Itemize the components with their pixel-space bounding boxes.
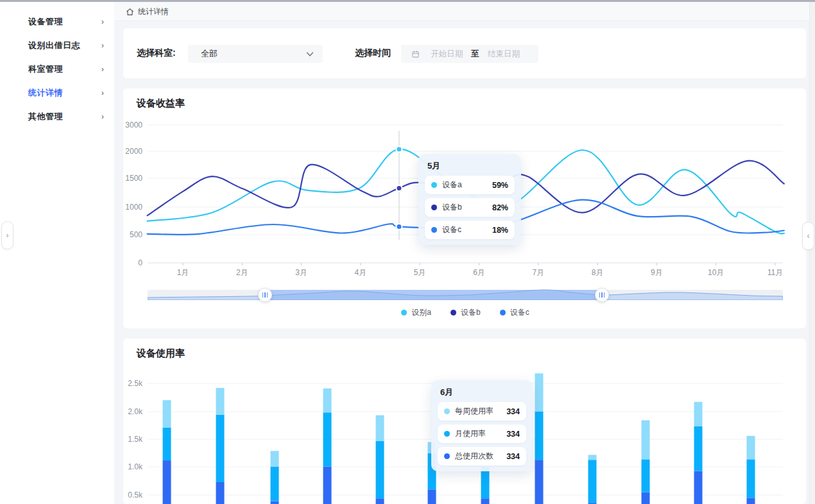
y-tick-label: 1.5k	[128, 435, 143, 444]
sidebar-item-4[interactable]: 其他管理›	[0, 105, 114, 128]
x-tick-label: 10月	[708, 268, 724, 277]
legend-dot-icon	[450, 310, 456, 315]
legend-item-2[interactable]: 设备c	[500, 307, 529, 318]
tooltip-row-value: 334	[506, 452, 520, 461]
sidebar-item-3[interactable]: 统计详情›	[0, 81, 114, 105]
sidebar-item-label: 设别出借日志	[28, 40, 80, 51]
x-tick-label: 9月	[651, 268, 663, 277]
x-tick-label: 6月	[473, 268, 485, 277]
x-tick-label: 2月	[236, 268, 248, 277]
y-tick-label: 3000	[125, 121, 142, 130]
revenue-tooltip: 5月 设备a59%设备b82%设备c18%	[418, 154, 521, 245]
date-range-picker[interactable]: 开始日期 至 结束日期	[401, 45, 538, 63]
bar-segment-0	[163, 460, 171, 504]
left-panel-toggle[interactable]: ›	[1, 221, 13, 249]
usage-tooltip: 6月 每周使用率334月使用率334总使用次数334	[431, 380, 533, 471]
bar-segment-0	[694, 471, 703, 504]
series-dot-icon	[431, 205, 437, 210]
series-dot-icon	[444, 408, 450, 414]
app-window: 设备管理›设别出借日志›科室管理›统计详情›其他管理› 统计详情 选择科室: 全…	[0, 0, 815, 504]
tooltip-row-value: 334	[506, 430, 520, 439]
datazoom-left-handle[interactable]	[258, 288, 272, 302]
legend-label: 设备c	[510, 307, 529, 318]
x-tick-label: 11月	[768, 268, 783, 277]
tooltip-row-label: 总使用次数	[455, 451, 493, 462]
bar-segment-1	[588, 460, 597, 503]
bar-segment-2	[642, 420, 650, 459]
tooltip-row-label: 设备a	[442, 180, 462, 190]
start-date-input[interactable]: 开始日期	[422, 49, 471, 60]
usage-chart-card: 设备使用率 2.5k2.0k1.5k1.0k0.5k 6月 每周使用率334月使…	[123, 339, 806, 504]
chevron-right-icon: ›	[101, 40, 104, 50]
legend-item-1[interactable]: 设备b	[450, 307, 481, 318]
legend-label: 设备b	[461, 307, 481, 318]
bar-segment-1	[163, 428, 171, 460]
chevron-down-icon	[306, 51, 314, 57]
right-panel-toggle[interactable]: ‹	[802, 222, 814, 250]
chart-legend: 设别a设备b设备c	[148, 307, 783, 318]
bar-segment-0	[535, 460, 544, 504]
end-date-input[interactable]: 结束日期	[479, 49, 528, 60]
bar-segment-1	[642, 459, 650, 492]
legend-item-0[interactable]: 设别a	[401, 307, 431, 318]
breadcrumb-label: 统计详情	[138, 6, 169, 17]
department-select-value: 全部	[201, 48, 218, 60]
y-tick-label: 0	[138, 258, 142, 267]
bar-segment-0	[747, 498, 755, 504]
bar-segment-0	[481, 498, 490, 504]
crosshair-point	[396, 146, 402, 152]
tooltip-row-label: 月使用率	[455, 428, 486, 439]
calendar-icon	[411, 50, 420, 58]
y-tick-label: 1500	[125, 174, 142, 183]
chevron-right-icon: ›	[6, 231, 9, 240]
bar-segment-2	[216, 388, 225, 415]
tooltip-row-value: 334	[506, 407, 520, 416]
department-select[interactable]: 全部	[188, 45, 323, 63]
page-scrollbar[interactable]	[809, 2, 815, 504]
tooltip-row: 每周使用率334	[438, 402, 526, 421]
chevron-right-icon: ›	[101, 88, 104, 97]
bar-segment-1	[376, 441, 384, 499]
bar-segment-2	[163, 400, 171, 428]
bar-segment-1	[323, 412, 332, 466]
bar-segment-1	[271, 467, 279, 501]
sidebar-item-label: 统计详情	[28, 87, 63, 99]
bar-segment-2	[694, 402, 703, 426]
sidebar-item-1[interactable]: 设别出借日志›	[0, 33, 114, 57]
sidebar-item-0[interactable]: 设备管理›	[0, 10, 114, 33]
tooltip-row-label: 每周使用率	[455, 406, 493, 417]
y-tick-label: 2000	[125, 147, 142, 156]
legend-dot-icon	[401, 310, 407, 315]
bar-segment-2	[588, 455, 597, 460]
tooltip-month: 5月	[427, 160, 515, 172]
legend-dot-icon	[500, 310, 506, 315]
chevron-right-icon: ›	[101, 112, 104, 121]
tooltip-row: 设备b82%	[425, 198, 515, 217]
bar-segment-1	[747, 459, 755, 498]
x-tick-label: 1月	[177, 268, 189, 277]
sidebar-menu: 设备管理›设别出借日志›科室管理›统计详情›其他管理›	[0, 2, 114, 128]
overview-area	[148, 290, 783, 300]
tooltip-row: 设备c18%	[425, 221, 515, 239]
y-tick-label: 500	[130, 230, 142, 239]
y-tick-label: 1.0k	[128, 462, 143, 471]
series-dot-icon	[431, 227, 437, 233]
series-dot-icon	[431, 182, 437, 188]
tooltip-row-value: 82%	[492, 203, 508, 212]
tooltip-row: 月使用率334	[438, 424, 526, 443]
sidebar: 设备管理›设别出借日志›科室管理›统计详情›其他管理›	[0, 2, 114, 504]
tooltip-row-value: 59%	[492, 181, 508, 190]
sidebar-item-2[interactable]: 科室管理›	[0, 57, 114, 81]
bar-segment-2	[323, 389, 332, 412]
tooltip-row-value: 18%	[492, 226, 508, 235]
crosshair-point	[396, 185, 402, 191]
chevron-left-icon: ‹	[807, 231, 810, 240]
datazoom-right-handle[interactable]	[595, 288, 609, 302]
x-tick-label: 4月	[355, 268, 367, 277]
legend-label: 设别a	[411, 307, 431, 318]
breadcrumb[interactable]: 统计详情	[126, 6, 169, 17]
x-tick-label: 3月	[295, 268, 307, 277]
bar-segment-0	[428, 489, 436, 504]
bar-segment-2	[747, 436, 755, 460]
y-tick-label: 2.5k	[128, 379, 143, 388]
